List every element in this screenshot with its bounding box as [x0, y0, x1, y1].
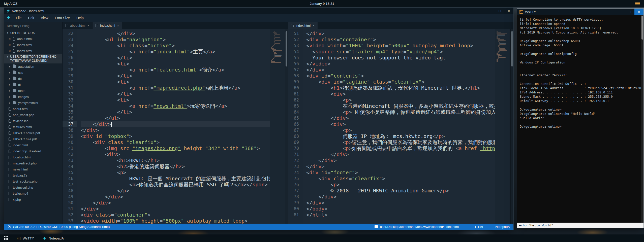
code-line[interactable]: <div id="tagline" class="clearfix">: [306, 79, 495, 85]
tree-file[interactable]: teabag.7z: [4, 172, 62, 178]
code-line[interactable]: </li>: [81, 55, 270, 61]
close-file-icon[interactable]: ×: [8, 49, 11, 53]
tree-folder[interactable]: ▸autostation: [4, 63, 62, 70]
close-button[interactable]: ×: [634, 9, 643, 15]
code-line[interactable]: </html>: [306, 212, 495, 218]
taskbar-item-wstty[interactable]: WsTTY: [12, 234, 39, 242]
code-line[interactable]: 伺服器 IP 地址為： mcs.hkwtc.org</p>: [306, 133, 495, 139]
maximize-button[interactable]: □: [495, 8, 504, 14]
code-line[interactable]: </div>: [81, 200, 270, 206]
code-line[interactable]: <a href="news.html">玩家傳送門</a>: [81, 103, 270, 109]
apps-grid-icon[interactable]: [4, 236, 8, 240]
code-line[interactable]: </div>: [306, 151, 495, 157]
tab-index.html[interactable]: index.html×: [288, 22, 318, 29]
tree-folder[interactable]: ▸css: [4, 70, 62, 76]
code-line[interactable]: <a href="index.html">主頁</a>: [81, 49, 270, 55]
code-line[interactable]: <div id="contents">: [306, 73, 495, 79]
tree-file[interactable]: location.html: [4, 154, 62, 160]
right-code-area[interactable]: </div><div class="container"><video widt…: [303, 29, 495, 224]
close-tab-icon[interactable]: ×: [117, 24, 119, 27]
code-line[interactable]: <p>: [306, 97, 495, 103]
code-line[interactable]: </div>: [306, 200, 495, 206]
minimize-button[interactable]: ─: [616, 9, 625, 15]
taskbar-item-notepada[interactable]: NotepadA: [39, 234, 68, 242]
code-line[interactable]: </video>: [306, 61, 495, 67]
tree-folder[interactable]: ▸dc: [4, 76, 62, 82]
tree-folder[interactable]: ▸fonts: [4, 88, 62, 94]
code-line[interactable]: HKWTC 是一個 Minecraft 的建築伺服器，主要建築計劃包括鐵路: [81, 176, 270, 182]
tree-file[interactable]: about.html: [4, 106, 62, 112]
code-line[interactable]: </li>: [81, 73, 270, 79]
right-scrollbar[interactable]: [510, 29, 513, 224]
code-line[interactable]: </div>: [306, 30, 495, 37]
terminal-input[interactable]: [517, 223, 643, 228]
tree-file[interactable]: features.html: [4, 124, 62, 130]
tab-about.html[interactable]: about.html×: [63, 22, 93, 29]
code-line[interactable]: </div>: [306, 157, 495, 163]
right-minimap[interactable]: [495, 29, 510, 224]
code-line[interactable]: <h1>特別為建築及鐵路而設，現代化的 Minecraft 世界.</h1>: [306, 85, 495, 91]
code-line[interactable]: <div class="clearfix">: [306, 176, 495, 182]
code-line[interactable]: <p>: [306, 182, 495, 188]
code-line[interactable]: <div>: [306, 91, 495, 97]
wstty-titlebar[interactable]: WsTTY ─ □ ×: [517, 9, 643, 15]
code-line[interactable]: <a href="mapredirect.php">網上地圖</a>: [81, 85, 270, 91]
code-line[interactable]: 在香港的Minecraft 伺服器中，多為小遊戲和純生存的伺服器，較少擁有: [306, 103, 495, 109]
tree-file[interactable]: add_vhost.php: [4, 112, 62, 118]
code-line[interactable]: <h2>香港的建築伺服器</h2>: [81, 163, 270, 169]
left-minimap[interactable]: [270, 29, 285, 224]
code-line[interactable]: <div id="topbox">: [81, 133, 270, 139]
code-line[interactable]: <div class="container">: [306, 37, 495, 43]
menu-edit[interactable]: Edit: [25, 14, 38, 22]
tree-file[interactable]: favicon.ico: [4, 118, 62, 124]
code-line[interactable]: </body>: [306, 206, 495, 212]
code-line[interactable]: <img src="images/box.png" height="342" w…: [81, 145, 270, 151]
close-file-icon[interactable]: ×: [8, 37, 11, 41]
close-tab-icon[interactable]: ×: [87, 24, 89, 27]
code-line[interactable]: <ul id="navigation">: [81, 37, 270, 43]
left-scrollbar[interactable]: [285, 29, 288, 224]
code-line[interactable]: </li>: [81, 91, 270, 97]
tree-file[interactable]: index.php_disabled: [4, 148, 62, 154]
menu-font-size[interactable]: Font Size: [52, 14, 73, 22]
tree-file[interactable]: news.html: [4, 166, 62, 172]
scrollbar-thumb[interactable]: [641, 16, 643, 40]
code-line[interactable]: <h1>HKWTC</h1>: [81, 157, 270, 163]
code-line[interactable]: <p>請注意，我們的伺服器為確保玩家及遊玩時的質素，我們對的服務開: [306, 139, 495, 145]
code-line[interactable]: Your browser does not support the video …: [306, 55, 495, 61]
tree-file[interactable]: index.html: [4, 142, 62, 148]
menu-file[interactable]: File: [13, 14, 25, 22]
code-line[interactable]: <p> 即使你不是建築師，你也能透過紅石師或鐵路工程師的身份加入我: [306, 109, 495, 115]
code-line[interactable]: </p>: [81, 188, 270, 194]
code-line[interactable]: <div>: [306, 121, 495, 127]
notepad-titlebar[interactable]: NotepadA - index.html ─ □ ×: [4, 8, 513, 14]
close-button[interactable]: ×: [504, 8, 513, 14]
code-line[interactable]: <p>: [81, 169, 270, 176]
code-line[interactable]: <li class="active">: [81, 43, 270, 49]
code-line[interactable]: <div>: [81, 151, 270, 157]
workspace-root[interactable]: ▾ USER:/DESKTOP/SCREENSHOT/TEST/WWW CLEA…: [4, 54, 62, 63]
code-line[interactable]: </ul>: [81, 115, 270, 121]
code-line[interactable]: <li>: [81, 97, 270, 103]
tree-file[interactable]: mapredirect.php: [4, 160, 62, 166]
scrollbar-thumb[interactable]: [286, 31, 287, 66]
hamburger-menu-icon[interactable]: [635, 2, 640, 6]
code-line[interactable]: <p>: [306, 127, 495, 133]
code-line[interactable]: </div>: [81, 194, 270, 200]
left-code-area[interactable]: </div> <ul id="navigation"> <li class="a…: [77, 29, 270, 224]
tree-file[interactable]: x.php: [4, 196, 62, 202]
code-line[interactable]: </div>: [306, 163, 495, 169]
code-line[interactable]: </div>: [306, 194, 495, 200]
tree-folder[interactable]: ▸yamlyamlmini: [4, 100, 62, 106]
tree-folder[interactable]: ▸images: [4, 94, 62, 100]
code-line[interactable]: <video width="100%" height="500px" autop…: [81, 218, 270, 224]
tab-index.html[interactable]: index.html×: [93, 22, 122, 29]
tree-file[interactable]: HKWTC rule.pdf: [4, 136, 62, 142]
terminal-scrollbar[interactable]: [641, 15, 643, 223]
scrollbar-thumb[interactable]: [511, 31, 513, 66]
close-tab-icon[interactable]: ×: [313, 24, 315, 27]
tree-file[interactable]: testmysql.php: [4, 184, 62, 190]
code-line[interactable]: <p>如有問題或需要申請白名單，歡迎加入我們的 <a href="https:/…: [306, 145, 495, 151]
code-line[interactable]: </div>: [81, 30, 270, 37]
open-editor-item[interactable]: ×index.html: [4, 48, 62, 54]
